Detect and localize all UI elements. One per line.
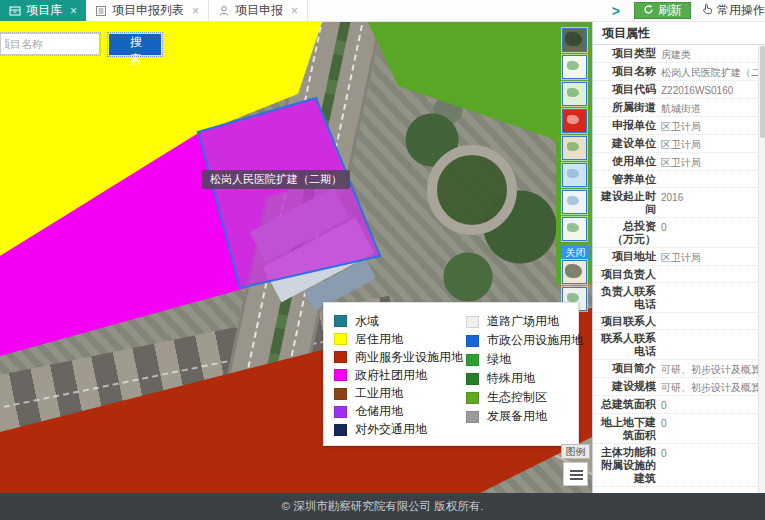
attr-row-above-below-area: 地上地下建筑面积0 xyxy=(593,414,765,444)
attr-row-address: 项目地址区卫计局 xyxy=(593,248,765,266)
legend-swatch xyxy=(466,316,479,328)
attr-row-total-investment: 总投资 （万元）0 xyxy=(593,218,765,248)
common-actions-button[interactable]: 常用操作 xyxy=(699,2,765,19)
hand-pointer-icon xyxy=(701,3,713,18)
legend-item: 生态控制区 xyxy=(466,388,574,407)
legend-item: 水域 xyxy=(334,312,462,330)
legend-swatch xyxy=(334,351,347,363)
attr-row-declare-unit: 申报单位区卫计局 xyxy=(593,117,765,135)
refresh-icon xyxy=(643,4,654,18)
hamburger-icon xyxy=(570,470,583,472)
road-map-thumb[interactable] xyxy=(562,260,587,284)
legend-swatch xyxy=(466,354,479,366)
boundary-thumb[interactable] xyxy=(562,55,587,79)
attr-row-main-function: 主体功能和附属设施的建筑0 xyxy=(593,444,765,487)
legend-swatch xyxy=(466,411,479,423)
tan-plan-thumb[interactable] xyxy=(562,136,587,160)
attr-row-project-type: 项目类型房建类 xyxy=(593,45,765,63)
attr-row-contact: 项目联系人 xyxy=(593,313,765,330)
legend-swatch xyxy=(334,369,347,381)
legend-toggle-button[interactable]: 图例 xyxy=(561,444,590,459)
scrollbar-thumb[interactable] xyxy=(760,46,765,138)
layer-thumbnails xyxy=(562,28,589,244)
footer-bar: © 深圳市勘察研究院有限公司 版权所有. xyxy=(0,493,765,520)
attr-row-total-area: 总建筑面积0 xyxy=(593,396,765,414)
attr-row-use-unit: 使用单位区卫计局 xyxy=(593,153,765,171)
close-icon[interactable]: × xyxy=(291,5,298,17)
search-input[interactable] xyxy=(0,33,100,55)
legend-item: 市政公用设施用地 xyxy=(466,331,574,350)
map-search: 搜 索 xyxy=(0,33,161,55)
legend-item: 道路广场用地 xyxy=(466,312,574,331)
archive-icon xyxy=(9,5,21,17)
legend-swatch xyxy=(334,424,347,436)
legend-item: 仓储用地 xyxy=(334,403,462,421)
project-map-label: 松岗人民医院扩建（二期） xyxy=(202,170,350,189)
legend-swatch xyxy=(466,373,479,385)
attr-row-build-unit: 建设单位区卫计局 xyxy=(593,135,765,153)
green-blob-thumb[interactable] xyxy=(562,217,587,241)
menu-hamburger-button[interactable] xyxy=(563,462,588,486)
attr-row-contact-phone: 联系人联系电话 xyxy=(593,330,765,360)
refresh-button[interactable]: 刷新 xyxy=(634,2,691,19)
green-plan-thumb[interactable] xyxy=(562,82,587,106)
close-layers-button[interactable]: 关闭 xyxy=(562,246,589,259)
user-icon xyxy=(218,5,230,17)
attr-row-maintain-unit: 管养单位 xyxy=(593,171,765,188)
legend-swatch xyxy=(466,392,479,404)
tab-declaration[interactable]: 项目申报 × xyxy=(209,0,308,21)
attr-row-street: 所属街道航城街道 xyxy=(593,99,765,117)
legend-item: 绿地 xyxy=(466,350,574,369)
pale-map-thumb[interactable] xyxy=(562,190,587,214)
legend-swatch xyxy=(334,333,347,345)
landuse-legend: 水域 居住用地 商业服务业设施用地 政府社团用地 工业用地 仓储用地 对外交通用… xyxy=(323,302,579,446)
map-canvas[interactable]: 松岗人民医院扩建（二期） 搜 索 关闭 水域 居住用地 商业服务业设施用地 政府… xyxy=(0,22,592,493)
panel-scrollbar[interactable] xyxy=(758,45,765,493)
attr-row-brief: 项目简介可研、初步设计及概算 xyxy=(593,360,765,378)
tab-declaration-list[interactable]: 项目申报列表 × xyxy=(86,0,209,21)
legend-item: 特殊用地 xyxy=(466,369,574,388)
legend-item: 居住用地 xyxy=(334,330,462,348)
search-button[interactable]: 搜 索 xyxy=(109,34,161,55)
roundabout-road xyxy=(427,145,517,235)
legend-item: 商业服务业设施用地 xyxy=(334,348,462,366)
satellite-thumb[interactable] xyxy=(562,28,587,52)
legend-swatch xyxy=(466,335,479,347)
attr-row-scale: 建设规模可研、初步设计及概算 xyxy=(593,378,765,396)
tab-label: 项目库 xyxy=(26,2,62,19)
legend-swatch xyxy=(334,388,347,400)
legend-item: 发展备用地 xyxy=(466,407,574,426)
legend-swatch xyxy=(334,406,347,418)
blue-map-thumb[interactable] xyxy=(562,163,587,187)
legend-item: 工业用地 xyxy=(334,385,462,403)
list-icon xyxy=(95,5,107,17)
tab-label: 项目申报列表 xyxy=(112,2,184,19)
panel-title: 项目属性 xyxy=(593,22,765,45)
legend-item: 政府社团用地 xyxy=(334,366,462,384)
copyright-text: © 深圳市勘察研究院有限公司 版权所有. xyxy=(281,499,483,514)
attr-row-build-period: 建设起止时间2016 xyxy=(593,188,765,218)
attr-row-project-name: 项目名称松岗人民医院扩建（二期） xyxy=(593,63,765,81)
tabbar-right: > 刷新 常用操作 xyxy=(606,0,765,21)
tab-project-library[interactable]: 项目库 × xyxy=(0,0,86,21)
red-plan-thumb[interactable] xyxy=(562,109,587,133)
tab-bar: 项目库 × 项目申报列表 × 项目申报 × > 刷新 常用操作 xyxy=(0,0,765,22)
legend-item: 对外交通用地 xyxy=(334,421,462,439)
close-icon[interactable]: × xyxy=(192,5,199,17)
project-attributes-panel: 项目属性 项目类型房建类 项目名称松岗人民医院扩建（二期） 项目代码Z22016… xyxy=(592,22,765,493)
legend-swatch xyxy=(334,315,347,327)
close-icon[interactable]: × xyxy=(70,5,77,17)
attr-row-leader: 项目负责人 xyxy=(593,266,765,283)
expand-chevron-icon[interactable]: > xyxy=(606,3,626,19)
attr-row-project-code: 项目代码Z22016WS0160 xyxy=(593,81,765,99)
attr-row-leader-phone: 负责人联系电话 xyxy=(593,283,765,313)
tab-label: 项目申报 xyxy=(235,2,283,19)
